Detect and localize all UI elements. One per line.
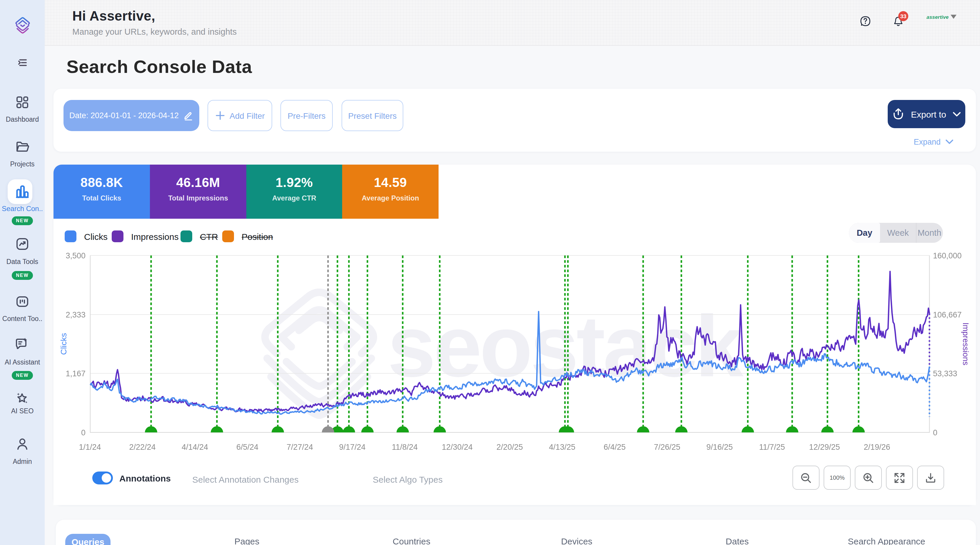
svg-text:6/5/24: 6/5/24 (236, 443, 258, 451)
svg-text:Impressions: Impressions (961, 322, 970, 365)
svg-text:1,167: 1,167 (65, 369, 86, 378)
svg-text:12/29/25: 12/29/25 (809, 443, 840, 451)
svg-text:3,500: 3,500 (65, 251, 86, 260)
svg-text:6/4/25: 6/4/25 (603, 443, 625, 451)
svg-text:0: 0 (933, 428, 937, 437)
svg-text:9/17/24: 9/17/24 (339, 443, 365, 451)
svg-text:2,333: 2,333 (65, 311, 86, 319)
svg-text:9/16/25: 9/16/25 (706, 443, 733, 451)
svg-text:0: 0 (81, 428, 86, 437)
svg-text:160,000: 160,000 (933, 251, 962, 260)
svg-text:1/1/24: 1/1/24 (79, 443, 101, 451)
svg-text:12/30/24: 12/30/24 (442, 443, 473, 451)
svg-text:11/7/25: 11/7/25 (759, 443, 785, 451)
svg-text:4/13/25: 4/13/25 (549, 443, 575, 451)
svg-text:2/20/25: 2/20/25 (496, 443, 523, 451)
svg-text:11/8/24: 11/8/24 (392, 443, 418, 451)
svg-text:7/27/24: 7/27/24 (286, 443, 313, 451)
svg-text:2/19/26: 2/19/26 (864, 443, 890, 451)
svg-text:Clicks: Clicks (59, 333, 68, 355)
svg-text:2/22/24: 2/22/24 (129, 443, 156, 451)
svg-text:7/26/25: 7/26/25 (654, 443, 680, 451)
svg-text:53,333: 53,333 (933, 369, 958, 378)
svg-text:4/14/24: 4/14/24 (181, 443, 208, 451)
svg-text:106,667: 106,667 (933, 311, 962, 319)
